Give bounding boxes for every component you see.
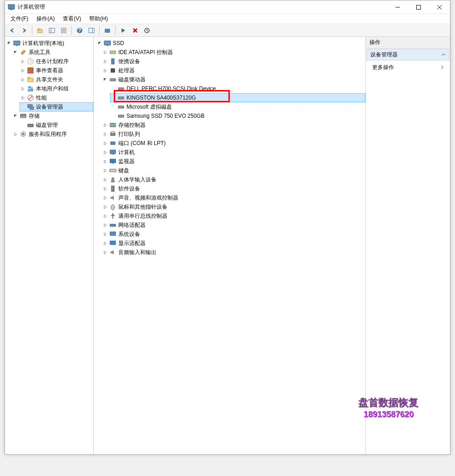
tree-system-tools[interactable]: 系统工具	[12, 48, 93, 57]
collapse-icon[interactable]	[102, 249, 108, 256]
cat-monitor[interactable]: 监视器	[102, 157, 365, 166]
collapse-icon[interactable]	[20, 67, 26, 74]
collapse-icon[interactable]	[20, 85, 26, 92]
tree-event-viewer[interactable]: 事件查看器	[20, 66, 93, 75]
disk-dell[interactable]: DELL PERC H700 SCSI Disk Device	[110, 84, 365, 93]
tree-device-manager[interactable]: 设备管理器	[20, 102, 93, 111]
cat-storage-controllers[interactable]: 存储控制器	[102, 120, 365, 130]
menu-help[interactable]: 帮助(H)	[86, 14, 111, 24]
expand-icon[interactable]	[12, 49, 19, 55]
collapse-icon[interactable]	[12, 131, 19, 137]
collapse-icon[interactable]	[102, 195, 108, 201]
collapse-icon[interactable]	[20, 76, 26, 83]
collapse-icon[interactable]	[102, 140, 108, 146]
collapse-icon[interactable]	[102, 67, 108, 74]
cat-disk-drives[interactable]: 磁盘驱动器	[102, 75, 365, 84]
cat-software-devices[interactable]: 软件设备	[102, 184, 365, 193]
cat-ports[interactable]: 端口 (COM 和 LPT)	[102, 139, 365, 148]
enable-button[interactable]	[118, 25, 129, 36]
collapse-icon[interactable]	[102, 58, 108, 65]
svg-rect-35	[30, 107, 34, 110]
cat-keyboard[interactable]: 键盘	[102, 166, 365, 175]
disk-kingston[interactable]: KINGSTON SA400S37120G	[110, 93, 365, 102]
cat-audio-io[interactable]: 音频输入和输出	[102, 248, 365, 257]
cat-network[interactable]: 网络适配器	[102, 220, 365, 230]
help-button[interactable]: ?	[74, 25, 85, 36]
chevron-right-icon	[441, 65, 444, 71]
collapse-icon[interactable]	[102, 122, 108, 128]
disk-samsung[interactable]: Samsung SSD 750 EVO 250GB	[110, 111, 365, 120]
tree-local-users[interactable]: 本地用户和组	[20, 84, 93, 93]
collapse-icon[interactable]	[102, 158, 108, 165]
tree-label: 存储控制器	[118, 121, 146, 129]
tree-label: 键盘	[118, 167, 129, 175]
cat-cpu[interactable]: 处理器	[102, 66, 365, 75]
properties-button[interactable]	[58, 25, 69, 36]
expand-icon[interactable]	[6, 40, 12, 46]
up-button[interactable]	[35, 25, 46, 36]
collapse-icon[interactable]	[102, 213, 108, 219]
collapse-icon[interactable]	[20, 58, 26, 65]
tree-storage[interactable]: 存储	[12, 111, 93, 120]
tree-shared-folders[interactable]: 共享文件夹	[20, 75, 93, 84]
computer-management-icon	[13, 40, 20, 47]
collapse-icon[interactable]	[102, 167, 108, 174]
disk-microsoft[interactable]: Microsoft 虚拟磁盘	[110, 102, 365, 111]
collapse-icon[interactable]	[102, 49, 108, 55]
collapse-icon[interactable]	[102, 176, 108, 183]
device-tree-pane[interactable]: SSD IDE ATA/ATAPI 控制器 便携设备 处理器 磁盘驱动器 DEL…	[94, 37, 366, 454]
svg-rect-59	[112, 163, 114, 164]
tree-performance[interactable]: 性能	[20, 93, 93, 102]
actions-section-header[interactable]: 设备管理器	[366, 49, 450, 60]
collapse-icon[interactable]	[102, 131, 108, 137]
forward-button[interactable]	[19, 25, 30, 36]
maximize-button[interactable]	[408, 0, 429, 14]
menu-action[interactable]: 操作(A)	[33, 14, 58, 24]
cat-system-devices[interactable]: 系统设备	[102, 230, 365, 239]
cat-display[interactable]: 显示适配器	[102, 239, 365, 248]
collapse-icon[interactable]	[102, 231, 108, 237]
cat-print-queues[interactable]: 打印队列	[102, 130, 365, 139]
cat-ide-ata[interactable]: IDE ATA/ATAPI 控制器	[102, 48, 365, 57]
cat-mouse[interactable]: 鼠标和其他指针设备	[102, 202, 365, 211]
svg-rect-37	[20, 116, 26, 118]
svg-point-64	[111, 205, 115, 210]
cat-hid[interactable]: 人体学输入设备	[102, 175, 365, 184]
scan-hardware-button[interactable]	[102, 25, 113, 36]
expand-icon[interactable]	[102, 76, 108, 83]
cat-computer[interactable]: 计算机	[102, 148, 365, 157]
show-hide-tree-button[interactable]	[46, 25, 57, 36]
event-icon	[27, 67, 34, 74]
cat-portable[interactable]: 便携设备	[102, 57, 365, 66]
action-more[interactable]: 更多操作	[366, 61, 450, 74]
collapse-icon[interactable]	[102, 185, 108, 192]
menu-view[interactable]: 查看(V)	[59, 14, 85, 24]
tree-task-scheduler[interactable]: 任务计划程序	[20, 57, 93, 66]
svg-rect-52	[110, 123, 116, 127]
device-root[interactable]: SSD	[94, 39, 365, 48]
menu-file[interactable]: 文件(F)	[7, 14, 32, 24]
tree-label: 磁盘驱动器	[118, 76, 146, 84]
expand-icon[interactable]	[12, 113, 19, 119]
back-button[interactable]	[7, 25, 18, 36]
tree-disk-management[interactable]: 磁盘管理	[20, 120, 93, 130]
svg-rect-42	[104, 41, 111, 45]
tree-root-computer-management[interactable]: 计算机管理(本地)	[5, 39, 93, 48]
collapse-icon[interactable]	[102, 204, 108, 210]
left-tree-pane[interactable]: 计算机管理(本地) 系统工具 任务计划程序 事件查看器	[5, 37, 94, 454]
collapse-icon[interactable]	[102, 149, 108, 155]
close-button[interactable]	[429, 0, 450, 14]
collapse-icon[interactable]	[20, 95, 26, 101]
cat-audio-video-game[interactable]: 声音、视频和游戏控制器	[102, 193, 365, 202]
uninstall-button[interactable]	[130, 25, 141, 36]
update-driver-button[interactable]	[142, 25, 152, 36]
minimize-button[interactable]	[387, 0, 408, 14]
svg-rect-23	[14, 41, 20, 45]
tree-label: Microsoft 虚拟磁盘	[126, 103, 172, 111]
collapse-icon[interactable]	[102, 222, 108, 228]
action-pane-button[interactable]	[86, 25, 97, 36]
cat-usb[interactable]: 通用串行总线控制器	[102, 211, 365, 220]
collapse-icon[interactable]	[102, 240, 108, 246]
expand-icon[interactable]	[96, 40, 103, 46]
tree-services-apps[interactable]: 服务和应用程序	[12, 130, 93, 139]
